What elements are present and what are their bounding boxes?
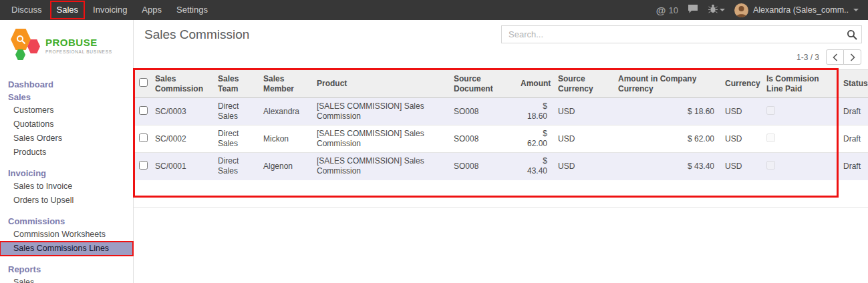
sidebar-section-invoicing[interactable]: Invoicing xyxy=(0,167,133,180)
page-title: Sales Commission xyxy=(144,27,249,42)
chevron-right-icon xyxy=(850,53,855,61)
cell-product: [SALES COMMISSION] Sales Commission xyxy=(311,153,448,180)
logo-title: PROBUSE xyxy=(45,37,112,48)
menu-settings[interactable]: Settings xyxy=(169,0,215,20)
bug-icon xyxy=(708,4,718,16)
cell-amount-company: $ 18.60 xyxy=(613,98,720,125)
cell-currency: USD xyxy=(720,153,761,180)
mentions-button[interactable]: @ 10 xyxy=(656,5,678,16)
row-select-cell xyxy=(134,98,150,125)
column-header-sales-member[interactable]: Sales Member xyxy=(258,70,311,98)
search-icon[interactable] xyxy=(843,29,861,40)
topbar-right-cluster: @ 10 xyxy=(656,3,859,17)
top-navbar: Discuss Sales Invoicing Apps Settings @ … xyxy=(0,0,868,20)
row-checkbox[interactable] xyxy=(139,161,148,170)
company-logo: PROBUSE PROFESSIONAL BUSINESS xyxy=(0,20,133,67)
menu-apps[interactable]: Apps xyxy=(134,0,169,20)
row-checkbox[interactable] xyxy=(139,133,148,142)
chevron-left-icon xyxy=(833,53,838,61)
cell-amount-company: $ 62.00 xyxy=(613,125,720,153)
menu-sales[interactable]: Sales xyxy=(49,0,86,20)
cell-source-document: SO008 xyxy=(448,125,515,153)
table-row[interactable]: SC/0003 Direct Sales Alexandra [SALES CO… xyxy=(134,98,868,125)
cell-is-paid xyxy=(761,125,838,153)
column-header-product[interactable]: Product xyxy=(311,70,448,98)
cell-is-paid xyxy=(761,153,838,180)
column-header-amount[interactable]: Amount xyxy=(515,70,553,98)
avatar xyxy=(734,3,748,17)
sidebar: PROBUSE PROFESSIONAL BUSINESS Dashboard … xyxy=(0,20,134,283)
table-row[interactable]: SC/0002 Direct Sales Mickon [SALES COMMI… xyxy=(134,125,868,153)
column-header-is-commission-line-paid[interactable]: Is Commision Line Paid xyxy=(761,70,838,98)
cell-sales-team: Direct Sales xyxy=(212,98,258,125)
cell-sales-team: Direct Sales xyxy=(212,125,258,153)
row-select-cell xyxy=(134,125,150,153)
column-header-source-currency[interactable]: Source Currency xyxy=(553,70,613,98)
select-all-cell xyxy=(134,70,150,98)
chat-icon xyxy=(688,4,699,17)
user-menu[interactable]: Alexandra (Sales_comm.. xyxy=(734,3,859,17)
chevron-down-icon xyxy=(720,9,725,11)
pager: 1-3 / 3 xyxy=(797,49,861,65)
sidebar-item-orders-to-upsell[interactable]: Orders to Upsell xyxy=(0,194,133,208)
column-header-status[interactable]: Status xyxy=(838,70,868,98)
sidebar-item-commission-worksheets[interactable]: Commission Worksheets xyxy=(0,228,133,242)
cell-sales-member: Mickon xyxy=(258,125,311,153)
menu-invoicing[interactable]: Invoicing xyxy=(86,0,134,20)
sidebar-item-products[interactable]: Products xyxy=(0,146,133,160)
messages-button[interactable] xyxy=(688,4,699,17)
column-header-source-document[interactable]: Source Document xyxy=(448,70,515,98)
row-select-cell xyxy=(134,153,150,180)
sidebar-item-quotations[interactable]: Quotations xyxy=(0,117,133,131)
column-header-sales-team[interactable]: Sales Team xyxy=(212,70,258,98)
cell-amount: $ 18.60 xyxy=(515,98,553,125)
cell-source-document: SO008 xyxy=(448,98,515,125)
cell-status: Draft xyxy=(838,98,868,125)
sidebar-item-customers[interactable]: Customers xyxy=(0,103,133,117)
cell-source-currency: USD xyxy=(553,153,613,180)
sidebar-item-sales-commissions-lines[interactable]: Sales Commissions Lines xyxy=(0,242,133,256)
cell-product: [SALES COMMISSION] Sales Commission xyxy=(311,125,448,153)
is-paid-checkbox xyxy=(766,133,775,142)
search-input[interactable] xyxy=(502,29,843,39)
user-name-label: Alexandra (Sales_comm.. xyxy=(753,5,849,15)
cell-amount-company: $ 43.40 xyxy=(613,153,720,180)
cell-currency: USD xyxy=(720,125,761,153)
sidebar-section-commissions[interactable]: Commissions xyxy=(0,215,133,228)
magnifier-glyph xyxy=(16,35,26,45)
main-content: Sales Commission 1-3 / 3 xyxy=(134,20,868,283)
app-window: { "topbar": { "menus": ["Discuss", "Sale… xyxy=(0,0,868,283)
commission-lines-table: Sales Commission Sales Team Sales Member… xyxy=(134,69,868,180)
pager-range: 1-3 / 3 xyxy=(797,53,819,62)
control-panel: Sales Commission 1-3 / 3 xyxy=(134,20,868,69)
sidebar-section-sales[interactable]: Sales xyxy=(0,91,133,103)
row-checkbox[interactable] xyxy=(139,106,148,115)
pager-next-button[interactable] xyxy=(843,49,861,65)
logo-subtitle: PROFESSIONAL BUSINESS xyxy=(45,49,112,54)
sidebar-item-dashboard[interactable]: Dashboard xyxy=(0,78,133,91)
cell-reference: SC/0002 xyxy=(150,125,212,153)
cell-is-paid xyxy=(761,98,838,125)
cell-reference: SC/0001 xyxy=(150,153,212,180)
column-header-sales-commission[interactable]: Sales Commission xyxy=(150,70,212,98)
cell-currency: USD xyxy=(720,98,761,125)
table-header-row: Sales Commission Sales Team Sales Member… xyxy=(134,70,868,98)
mention-icon: @ xyxy=(656,5,666,16)
table-row[interactable]: SC/0001 Direct Sales Algenon [SALES COMM… xyxy=(134,153,868,180)
cell-amount: $ 43.40 xyxy=(515,153,553,180)
list-bottom-divider xyxy=(134,207,868,208)
column-header-currency[interactable]: Currency xyxy=(720,70,761,98)
sidebar-section-reports[interactable]: Reports xyxy=(0,263,133,276)
column-header-amount-company-currency[interactable]: Amount in Company Currency xyxy=(613,70,720,98)
sidebar-item-reports-sales[interactable]: Sales xyxy=(0,276,133,283)
cell-amount: $ 62.00 xyxy=(515,125,553,153)
select-all-checkbox[interactable] xyxy=(139,78,148,87)
debug-menu-button[interactable] xyxy=(708,4,725,16)
cell-sales-member: Algenon xyxy=(258,153,311,180)
pager-previous-button[interactable] xyxy=(826,49,844,65)
sidebar-item-sales-orders[interactable]: Sales Orders xyxy=(0,131,133,146)
logo-icon xyxy=(9,29,40,62)
cell-product: [SALES COMMISSION] Sales Commission xyxy=(311,98,448,125)
menu-discuss[interactable]: Discuss xyxy=(4,0,49,20)
sidebar-item-sales-to-invoice[interactable]: Sales to Invoice xyxy=(0,180,133,194)
